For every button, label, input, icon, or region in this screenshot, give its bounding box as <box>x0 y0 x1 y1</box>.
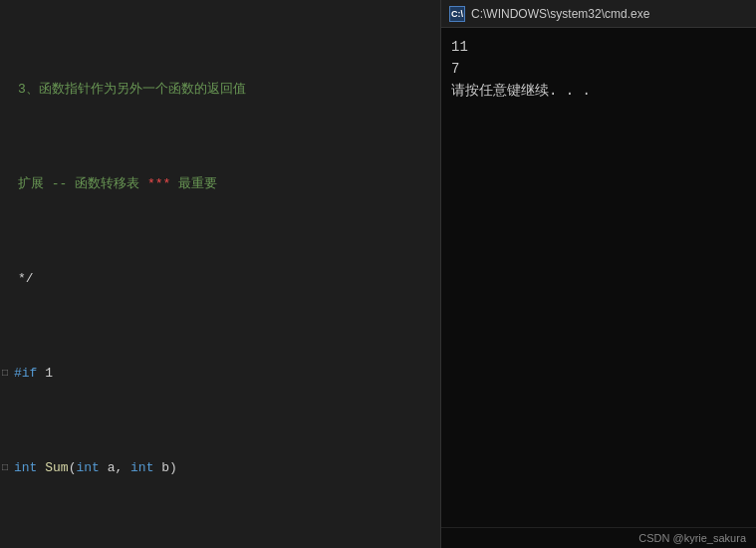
code-line: □ #if 1 <box>0 364 440 383</box>
code-text: 扩展 -- 函数转移表 *** 最重要 <box>18 174 217 193</box>
code-text: int <box>14 458 45 477</box>
editor-panel: 3、函数指针作为另外一个函数的返回值 扩展 -- 函数转移表 *** 最重要 *… <box>0 0 441 548</box>
cmd-titlebar: C:\ C:\WINDOWS\system32\cmd.exe <box>441 0 756 28</box>
code-text: 1 <box>45 364 53 383</box>
cmd-panel: C:\ C:\WINDOWS\system32\cmd.exe 11 7 请按任… <box>441 0 756 548</box>
cmd-footer: CSDN @kyrie_sakura <box>441 527 756 548</box>
code-text: a, <box>100 458 130 477</box>
code-line: 3、函数指针作为另外一个函数的返回值 <box>0 80 440 99</box>
code-text: Sum <box>45 458 68 477</box>
code-text: int <box>76 458 99 477</box>
code-line: □ int Sum(int a, int b) <box>0 458 440 477</box>
code-text: int <box>130 458 153 477</box>
code-text: ( <box>69 458 77 477</box>
cmd-output-line: 请按任意键继续. . . <box>451 80 746 102</box>
code-line: */ <box>0 269 440 288</box>
code-area: 3、函数指针作为另外一个函数的返回值 扩展 -- 函数转移表 *** 最重要 *… <box>0 0 440 548</box>
code-text: #if <box>14 364 45 383</box>
cmd-title-text: C:\WINDOWS\system32\cmd.exe <box>471 7 649 21</box>
cmd-content: 11 7 请按任意键继续. . . <box>441 28 756 527</box>
fold-button[interactable]: □ <box>2 364 12 383</box>
code-text: b) <box>153 458 176 477</box>
fold-button[interactable]: □ <box>2 458 12 477</box>
cmd-icon: C:\ <box>449 6 465 22</box>
code-line: 扩展 -- 函数转移表 *** 最重要 <box>0 174 440 193</box>
code-text: */ <box>18 269 34 288</box>
code-text: 3、函数指针作为另外一个函数的返回值 <box>18 80 246 99</box>
cmd-output-line: 7 <box>451 58 746 80</box>
cmd-output-line: 11 <box>451 36 746 58</box>
